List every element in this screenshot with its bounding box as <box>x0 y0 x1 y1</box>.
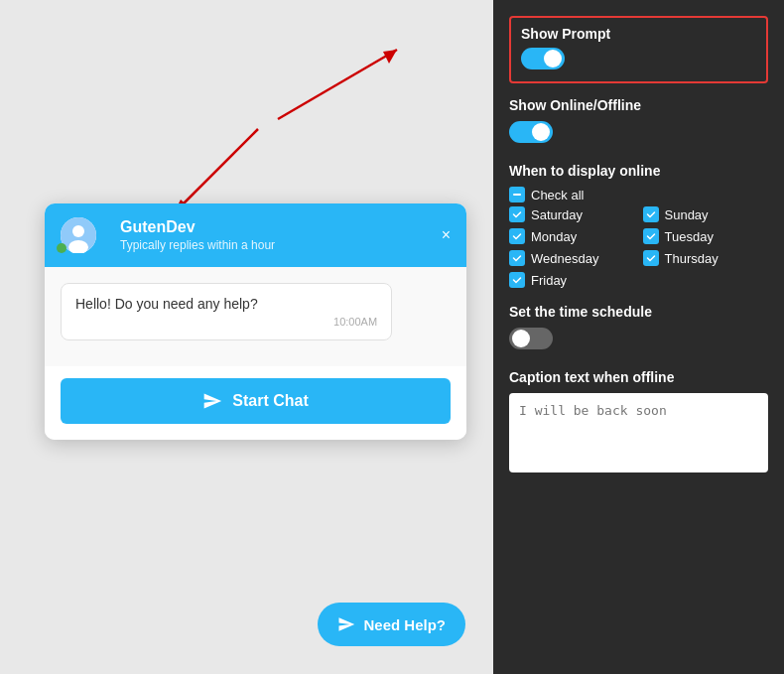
start-chat-label: Start Chat <box>232 392 308 410</box>
saturday-checkbox[interactable] <box>509 206 525 222</box>
chat-message-text: Hello! Do you need any help? <box>75 296 377 312</box>
when-to-display-section: When to display online Check all Saturda… <box>509 163 768 288</box>
chat-header-info: GutenDev Typically replies within a hour <box>120 218 442 252</box>
check-all-item: Check all <box>509 187 768 202</box>
check-icon <box>512 209 522 219</box>
right-panel: Show Prompt Show Online/Offline When to … <box>493 0 784 674</box>
friday-checkbox[interactable] <box>509 272 525 288</box>
tuesday-checkbox[interactable] <box>643 228 659 244</box>
caption-offline-section: Caption text when offline <box>509 369 768 476</box>
show-prompt-section: Show Prompt <box>509 16 768 83</box>
show-prompt-toggle[interactable] <box>521 48 565 69</box>
monday-checkbox[interactable] <box>509 228 525 244</box>
chat-widget: GutenDev Typically replies within a hour… <box>45 203 466 440</box>
svg-line-2 <box>174 129 258 213</box>
friday-label: Friday <box>531 273 567 288</box>
minus-icon <box>512 190 522 200</box>
day-thursday: Thursday <box>643 250 769 266</box>
svg-marker-1 <box>383 50 397 64</box>
day-saturday: Saturday <box>509 206 635 222</box>
days-grid: Saturday Sunday Monday <box>509 206 768 288</box>
check-all-checkbox[interactable] <box>509 187 525 202</box>
need-help-button[interactable]: Need Help? <box>318 603 465 646</box>
start-chat-button[interactable]: Start Chat <box>61 378 451 424</box>
check-icon <box>646 253 656 263</box>
sunday-label: Sunday <box>665 207 709 222</box>
chat-message-bubble: Hello! Do you need any help? 10:00AM <box>61 283 392 340</box>
svg-rect-7 <box>513 194 521 196</box>
svg-line-0 <box>278 50 397 119</box>
set-time-toggle-knob <box>512 330 530 347</box>
wednesday-checkbox[interactable] <box>509 250 525 266</box>
chat-footer: Start Chat <box>45 366 466 440</box>
set-time-section: Set the time schedule <box>509 304 768 353</box>
check-icon <box>512 231 522 241</box>
show-prompt-label: Show Prompt <box>521 26 756 42</box>
chat-agent-status: Typically replies within a hour <box>120 238 442 252</box>
caption-offline-label: Caption text when offline <box>509 369 768 385</box>
need-help-send-icon <box>337 615 355 633</box>
day-tuesday: Tuesday <box>643 228 769 244</box>
chat-close-button[interactable]: × <box>442 227 451 243</box>
need-help-label: Need Help? <box>363 616 446 633</box>
monday-label: Monday <box>531 229 577 244</box>
thursday-checkbox[interactable] <box>643 250 659 266</box>
set-time-toggle[interactable] <box>509 328 553 349</box>
saturday-label: Saturday <box>531 207 583 222</box>
wednesday-label: Wednesday <box>531 251 598 266</box>
check-icon <box>646 231 656 241</box>
caption-offline-textarea[interactable] <box>509 393 768 472</box>
left-panel: GutenDev Typically replies within a hour… <box>0 0 493 674</box>
tuesday-label: Tuesday <box>665 229 714 244</box>
chat-header: GutenDev Typically replies within a hour… <box>45 203 466 267</box>
day-wednesday: Wednesday <box>509 250 635 266</box>
show-online-offline-label: Show Online/Offline <box>509 97 768 113</box>
show-online-offline-knob <box>532 123 550 141</box>
check-icon <box>646 209 656 219</box>
set-time-label: Set the time schedule <box>509 304 768 320</box>
day-monday: Monday <box>509 228 635 244</box>
online-indicator <box>57 243 66 253</box>
show-online-offline-section: Show Online/Offline <box>509 97 768 147</box>
day-sunday: Sunday <box>643 206 769 222</box>
thursday-label: Thursday <box>665 251 719 266</box>
show-prompt-toggle-knob <box>544 50 562 67</box>
check-all-label: Check all <box>531 188 584 202</box>
chat-message-time: 10:00AM <box>75 316 377 328</box>
day-friday: Friday <box>509 272 635 288</box>
check-icon <box>512 253 522 263</box>
check-icon <box>512 275 522 285</box>
when-to-display-label: When to display online <box>509 163 768 179</box>
send-icon <box>202 391 222 411</box>
svg-point-5 <box>72 225 84 237</box>
show-online-offline-toggle[interactable] <box>509 121 553 143</box>
sunday-checkbox[interactable] <box>643 206 659 222</box>
chat-body: Hello! Do you need any help? 10:00AM <box>45 267 466 366</box>
chat-agent-name: GutenDev <box>120 218 442 236</box>
